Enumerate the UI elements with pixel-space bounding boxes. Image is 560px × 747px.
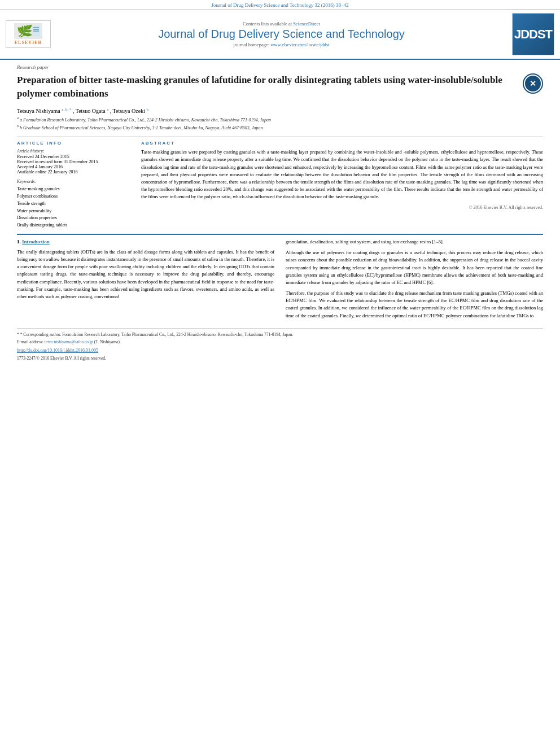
intro-para4: Therefore, the purpose of this study was…: [286, 290, 543, 320]
intro-title-num: 1.: [17, 239, 21, 244]
keyword-5: Dissolution properties: [17, 215, 130, 222]
abstract-section: ABSTRACT Taste-masking granules were pre…: [141, 141, 543, 229]
authors-section: Tetsuya Nishiyama a, b, * , Tetsuo Ogata…: [0, 104, 560, 134]
email-label: E-mail address:: [17, 339, 43, 344]
journal-citation-text: Journal of Drug Delivery Science and Tec…: [212, 2, 349, 8]
article-info-column: ARTICLE INFO Article history: Received 2…: [17, 141, 130, 229]
crossmark-logo: ✕: [523, 73, 543, 94]
affiliation-1: a a Formulation Research Laboratory, Tai…: [17, 116, 543, 124]
elsevier-logo-image: 🌿: [14, 23, 42, 39]
paper-type-label: Research paper: [0, 60, 560, 71]
corresponding-author-note: * * Corresponding author. Formulation Re…: [17, 331, 543, 338]
doi-line: http://dx.doi.org/10.1016/j.jddst.2016.0…: [17, 347, 543, 354]
author-3: Tetsuya Ozeki: [113, 108, 145, 114]
contents-available-line: Contents lists available at ScienceDirec…: [51, 21, 512, 27]
history-label: Article history:: [17, 148, 130, 154]
copyright-line: © 2016 Elsevier B.V. All rights reserved…: [141, 205, 543, 210]
author-email-link[interactable]: tetsu-nishiyama@taiho.co.jp: [45, 339, 93, 344]
keywords-section: Keywords: Taste-masking granules Polymer…: [17, 179, 130, 229]
section-divider-bold: [17, 234, 543, 235]
intro-title-text: Introduction: [22, 239, 50, 244]
affiliations: a a Formulation Research Laboratory, Tai…: [17, 116, 543, 131]
paper-title-section: Preparation of bitter taste-masking gran…: [0, 71, 560, 104]
svg-text:🌿: 🌿: [17, 25, 30, 37]
svg-text:✕: ✕: [530, 79, 536, 88]
abstract-header: ABSTRACT: [141, 141, 543, 146]
revised-date: Received in revised form 31 December 201…: [17, 159, 130, 164]
elsevier-logo: 🌿 ELSEVIER: [6, 20, 51, 48]
issn-line: 1773-2247/© 2016 Elsevier B.V. All right…: [17, 355, 543, 361]
affiliation-2: b b Graduate School of Pharmaceutical Sc…: [17, 124, 543, 132]
section-divider: [17, 137, 543, 137]
journal-header-center: Contents lists available at ScienceDirec…: [51, 21, 512, 47]
introduction-title: 1. Introduction: [17, 238, 274, 246]
journal-citation-bar: Journal of Drug Delivery Science and Tec…: [0, 0, 560, 10]
article-info-abstract: ARTICLE INFO Article history: Received 2…: [0, 141, 560, 229]
keyword-1: Taste-masking granules: [17, 186, 130, 193]
intro-para1: The orally disintegrating tablets (ODTs)…: [17, 248, 274, 300]
body-content: 1. Introduction The orally disintegratin…: [0, 238, 560, 323]
author-2: Tetsuo Ogata: [76, 108, 106, 114]
author-1: Tetsuya Nishiyama: [17, 108, 60, 114]
journal-homepage-link[interactable]: www.elsevier.com/locate/jddst: [270, 42, 329, 47]
article-info-header: ARTICLE INFO: [17, 141, 130, 146]
email-note: (T. Nishiyama).: [94, 339, 121, 344]
keywords-label: Keywords:: [17, 179, 130, 184]
email-line: E-mail address: tetsu-nishiyama@taiho.co…: [17, 339, 543, 345]
journal-full-title: Journal of Drug Delivery Science and Tec…: [51, 28, 512, 41]
doi-link[interactable]: http://dx.doi.org/10.1016/j.jddst.2016.0…: [17, 348, 98, 353]
authors-line: Tetsuya Nishiyama a, b, * , Tetsuo Ogata…: [17, 107, 543, 114]
online-date: Available online 22 January 2016: [17, 169, 130, 174]
accepted-date: Accepted 4 January 2016: [17, 164, 130, 169]
journal-homepage-line: journal homepage: www.elsevier.com/locat…: [51, 42, 512, 47]
sciencedirect-link[interactable]: ScienceDirect: [293, 21, 320, 27]
abstract-text: Taste-masking granules were prepared by …: [141, 148, 543, 200]
jddst-logo: JDDST: [512, 13, 554, 55]
received-date: Received 24 December 2015: [17, 154, 130, 159]
intro-para3: Although the use of polymers for coating…: [286, 249, 543, 286]
keyword-6: Orally disintegrating tablets: [17, 222, 130, 229]
article-history: Article history: Received 24 December 20…: [17, 148, 130, 174]
intro-para2: granulation, desalination, salting-out s…: [286, 238, 543, 246]
keyword-3: Tensile strength: [17, 200, 130, 208]
footnotes-section: * * Corresponding author. Formulation Re…: [17, 329, 543, 362]
elsevier-wordmark: ELSEVIER: [15, 40, 42, 45]
corr-text: * Corresponding author. Formulation Rese…: [20, 332, 294, 337]
keyword-2: Polymer combinations: [17, 193, 130, 200]
body-left-column: 1. Introduction The orally disintegratin…: [17, 238, 274, 323]
keyword-4: Water permeability: [17, 208, 130, 215]
journal-header: 🌿 ELSEVIER Contents lists available at S…: [0, 10, 560, 60]
paper-title: Preparation of bitter taste-masking gran…: [17, 73, 517, 101]
body-right-column: granulation, desalination, salting-out s…: [286, 238, 543, 323]
